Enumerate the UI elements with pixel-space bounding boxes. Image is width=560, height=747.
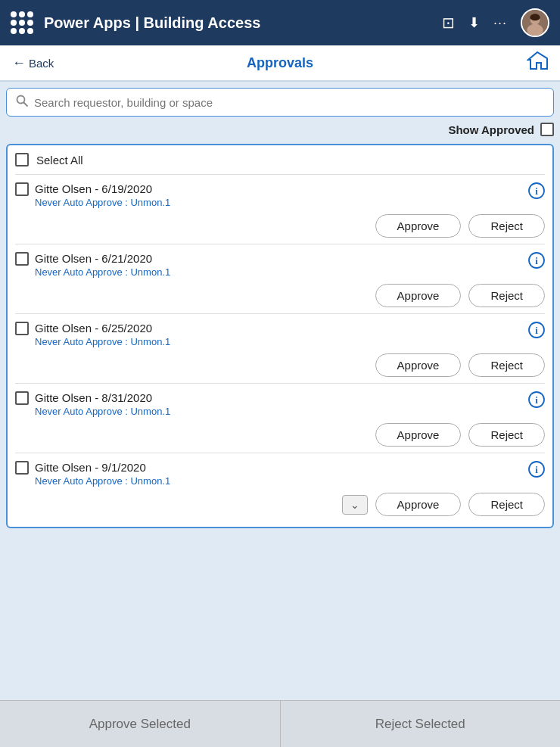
top-bar: Power Apps | Building Access ⊡ ⬇ ··· [0, 0, 560, 45]
request-checkbox[interactable] [15, 322, 29, 335]
approve-selected-button[interactable]: Approve Selected [0, 701, 281, 747]
download-icon[interactable]: ⬇ [468, 14, 480, 31]
select-all-checkbox[interactable] [15, 153, 29, 167]
select-all-label: Select All [36, 154, 83, 167]
request-name-date: Gitte Olsen - 6/21/2020 [35, 252, 522, 265]
info-icon[interactable]: i [528, 322, 545, 343]
request-header: Gitte Olsen - 6/21/2020 Never Auto Appro… [15, 252, 545, 278]
request-header: Gitte Olsen - 6/19/2020 Never Auto Appro… [15, 182, 545, 208]
more-icon[interactable]: ··· [493, 15, 507, 31]
show-approved-checkbox[interactable] [540, 123, 554, 136]
request-name-date: Gitte Olsen - 6/19/2020 [35, 182, 522, 195]
request-sub: Never Auto Approve : Unmon.1 [35, 336, 522, 347]
info-icon[interactable]: i [528, 391, 545, 412]
grid-icon[interactable] [11, 11, 33, 34]
search-icon [16, 95, 28, 110]
request-checkbox[interactable] [15, 252, 29, 266]
back-button[interactable]: ← Back [12, 55, 54, 71]
requests-list: Gitte Olsen - 6/19/2020 Never Auto Appro… [15, 174, 545, 522]
request-info: Gitte Olsen - 8/31/2020 Never Auto Appro… [35, 391, 522, 417]
info-icon[interactable]: i [528, 252, 545, 273]
request-date: - 6/21/2020 [95, 252, 152, 265]
select-all-row: Select All [15, 153, 545, 167]
request-header: Gitte Olsen - 6/25/2020 Never Auto Appro… [15, 322, 545, 347]
request-header: Gitte Olsen - 8/31/2020 Never Auto Appro… [15, 391, 545, 417]
reject-button[interactable]: Reject [468, 214, 545, 238]
reject-button[interactable]: Reject [468, 493, 545, 516]
request-checkbox[interactable] [15, 391, 29, 405]
request-sub: Never Auto Approve : Unmon.1 [35, 406, 522, 417]
request-name-date: Gitte Olsen - 9/1/2020 [35, 461, 522, 474]
request-checkbox[interactable] [15, 461, 29, 475]
show-approved-label: Show Approved [448, 123, 534, 136]
svg-text:i: i [535, 394, 538, 406]
request-sub: Never Auto Approve : Unmon.1 [35, 197, 522, 208]
requester-name: Gitte Olsen [35, 252, 92, 265]
request-name-date: Gitte Olsen - 6/25/2020 [35, 322, 522, 335]
approve-button[interactable]: Approve [375, 214, 462, 238]
approve-button[interactable]: Approve [375, 284, 462, 307]
reject-button[interactable]: Reject [468, 284, 545, 307]
request-actions: Approve Reject [15, 353, 545, 377]
request-info: Gitte Olsen - 6/19/2020 Never Auto Appro… [35, 182, 522, 208]
back-label: Back [29, 57, 54, 70]
request-item: Gitte Olsen - 6/19/2020 Never Auto Appro… [15, 174, 545, 244]
svg-point-2 [527, 24, 543, 36]
chevron-button[interactable]: ⌄ [342, 495, 368, 515]
request-actions: Approve Reject [15, 284, 545, 307]
screen-icon[interactable]: ⊡ [442, 14, 455, 32]
page-name-label: Building Access [144, 14, 261, 31]
bottom-bar: Approve Selected Reject Selected [0, 700, 560, 747]
approve-button[interactable]: Approve [375, 493, 462, 516]
app-title: Power Apps | Building Access [44, 14, 434, 32]
svg-text:i: i [535, 464, 538, 475]
request-checkbox[interactable] [15, 182, 29, 196]
info-icon[interactable]: i [528, 461, 545, 482]
requester-name: Gitte Olsen [35, 391, 92, 404]
request-header: Gitte Olsen - 9/1/2020 Never Auto Approv… [15, 461, 545, 487]
approve-button[interactable]: Approve [375, 423, 462, 447]
power-apps-label: Power Apps [44, 14, 131, 31]
info-icon[interactable]: i [528, 182, 545, 204]
title-separator: | [135, 14, 143, 31]
request-date: - 9/1/2020 [95, 461, 146, 474]
request-item: Gitte Olsen - 8/31/2020 Never Auto Appro… [15, 383, 545, 453]
request-info: Gitte Olsen - 6/21/2020 Never Auto Appro… [35, 252, 522, 278]
request-item: Gitte Olsen - 6/21/2020 Never Auto Appro… [15, 244, 545, 313]
request-actions: ⌄ Approve Reject [15, 493, 545, 516]
back-arrow-icon: ← [12, 55, 26, 71]
show-approved-row: Show Approved [6, 123, 554, 136]
search-box [6, 88, 554, 117]
request-info: Gitte Olsen - 6/25/2020 Never Auto Appro… [35, 322, 522, 347]
request-item: Gitte Olsen - 6/25/2020 Never Auto Appro… [15, 313, 545, 383]
home-button[interactable] [527, 51, 548, 75]
reject-selected-button[interactable]: Reject Selected [281, 701, 561, 747]
request-sub: Never Auto Approve : Unmon.1 [35, 266, 522, 278]
requester-name: Gitte Olsen [35, 461, 92, 474]
svg-point-3 [530, 14, 540, 20]
request-actions: Approve Reject [15, 423, 545, 447]
svg-text:i: i [535, 255, 538, 266]
page-title: Approvals [247, 55, 313, 71]
reject-button[interactable]: Reject [468, 353, 545, 377]
main-content: Show Approved Select All Gitte Olsen - 6… [0, 82, 560, 700]
approve-button[interactable]: Approve [375, 353, 462, 377]
request-date: - 8/31/2020 [95, 391, 152, 404]
request-sub: Never Auto Approve : Unmon.1 [35, 475, 522, 487]
request-actions: Approve Reject [15, 214, 545, 238]
svg-text:i: i [535, 185, 538, 197]
requester-name: Gitte Olsen [35, 322, 92, 335]
svg-text:i: i [535, 325, 538, 336]
request-item: Gitte Olsen - 9/1/2020 Never Auto Approv… [15, 453, 545, 522]
search-input[interactable] [34, 96, 544, 109]
svg-line-5 [24, 103, 28, 107]
reject-button[interactable]: Reject [468, 423, 545, 447]
request-date: - 6/25/2020 [95, 322, 152, 335]
list-container: Select All Gitte Olsen - 6/19/2020 Never… [6, 144, 554, 528]
top-bar-icons: ⊡ ⬇ ··· [442, 8, 549, 37]
request-info: Gitte Olsen - 9/1/2020 Never Auto Approv… [35, 461, 522, 487]
request-date: - 6/19/2020 [95, 182, 152, 195]
nav-bar: ← Back Approvals [0, 45, 560, 82]
avatar[interactable] [521, 8, 549, 37]
requester-name: Gitte Olsen [35, 182, 92, 195]
